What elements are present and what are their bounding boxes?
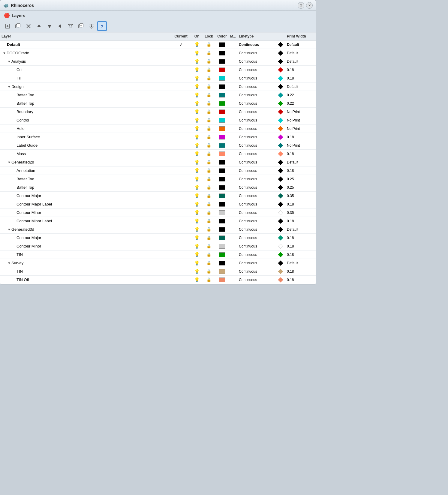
layer-on-icon[interactable]: 💡 [194, 218, 200, 224]
current-cell[interactable] [170, 196, 191, 196]
color-swatch[interactable] [219, 84, 225, 89]
color-swatch[interactable] [219, 177, 225, 182]
duplicate-layer-button[interactable] [13, 21, 23, 31]
current-cell[interactable] [170, 238, 191, 238]
layer-on-icon[interactable]: 💡 [194, 210, 200, 215]
layer-name-cell[interactable]: Label Guide [0, 143, 170, 148]
color-cell[interactable] [215, 42, 229, 47]
layer-on-icon[interactable]: 💡 [194, 235, 200, 241]
linetype-cell[interactable]: Continuous [238, 42, 277, 47]
layer-on-icon[interactable]: 💡 [194, 202, 200, 207]
print-width-cell[interactable]: 0.18 [286, 269, 316, 274]
color-cell[interactable] [215, 176, 229, 182]
lock-closed-icon[interactable]: 🔒 [206, 210, 211, 215]
current-cell[interactable] [170, 137, 191, 137]
current-cell[interactable] [170, 280, 191, 280]
layer-name-cell[interactable]: Contour Major [0, 193, 170, 198]
lock-open-icon[interactable]: 🔓 [206, 68, 211, 72]
linetype-cell[interactable]: Continuous [238, 110, 277, 114]
settings-button[interactable]: ⚙ [298, 2, 304, 9]
color-swatch[interactable] [219, 244, 225, 249]
layer-on-icon[interactable]: 💡 [194, 126, 200, 131]
linetype-cell[interactable]: Continuous [238, 152, 277, 156]
linetype-cell[interactable]: Continuous [238, 236, 277, 240]
lock-cell[interactable]: 🔓 [202, 227, 215, 232]
layer-on-icon[interactable]: 💡 [194, 109, 200, 115]
lock-closed-icon[interactable]: 🔒 [206, 202, 211, 206]
lock-cell[interactable]: 🔓 [202, 67, 215, 72]
table-row[interactable]: Batter Top 💡 🔓 Continuous 0.22 [0, 99, 316, 108]
lock-open-icon[interactable]: 🔓 [206, 84, 211, 89]
print-width-cell[interactable]: Default [286, 160, 316, 165]
table-row[interactable]: Fill 💡 🔒 Continuous 0.18 [0, 74, 316, 82]
lock-cell[interactable]: 🔓 [202, 277, 215, 282]
layer-name-cell[interactable]: ▼ DOCOGrade [0, 50, 170, 56]
layer-on-icon[interactable]: 💡 [194, 50, 200, 56]
color-swatch[interactable] [219, 101, 225, 106]
lock-cell[interactable]: 🔒 [202, 176, 215, 182]
color-swatch[interactable] [219, 76, 225, 81]
linetype-cell[interactable]: Continuous [238, 210, 277, 215]
lock-open-icon[interactable]: 🔓 [206, 101, 211, 106]
print-width-cell[interactable]: 0.22 [286, 93, 316, 98]
table-row[interactable]: Contour Major 💡 🔒 Continuous 0.35 [0, 192, 316, 200]
on-cell[interactable]: 💡 [191, 193, 202, 199]
current-cell[interactable] [170, 120, 191, 121]
on-cell[interactable]: 💡 [191, 168, 202, 174]
lock-cell[interactable]: 🔓 [202, 92, 215, 98]
close-button[interactable]: ✕ [306, 2, 313, 9]
linetype-cell[interactable]: Continuous [238, 244, 277, 249]
on-cell[interactable]: 💡 [191, 277, 202, 283]
on-cell[interactable]: 💡 [191, 134, 202, 140]
current-cell[interactable] [170, 53, 191, 53]
layer-on-icon[interactable]: 💡 [194, 252, 200, 257]
on-cell[interactable]: 💡 [191, 226, 202, 232]
print-width-cell[interactable]: 0.18 [286, 135, 316, 140]
lock-cell[interactable]: 🔓 [202, 50, 215, 56]
lock-closed-icon[interactable]: 🔒 [206, 236, 211, 240]
current-cell[interactable] [170, 154, 191, 154]
color-swatch[interactable] [219, 185, 225, 190]
linetype-cell[interactable]: Continuous [238, 269, 277, 274]
layer-name-cell[interactable]: Hole [0, 126, 170, 131]
lock-open-icon[interactable]: 🔓 [206, 51, 211, 55]
on-cell[interactable]: 💡 [191, 109, 202, 115]
expand-arrow-icon[interactable]: ▼ [3, 51, 6, 55]
color-cell[interactable] [215, 59, 229, 64]
linetype-cell[interactable]: Continuous [238, 194, 277, 198]
layer-name-cell[interactable]: Batter Top [0, 101, 170, 106]
current-cell[interactable] [170, 204, 191, 205]
lock-open-icon[interactable]: 🔓 [206, 143, 211, 148]
layer-name-cell[interactable]: Fill [0, 76, 170, 81]
delete-layer-button[interactable] [24, 21, 33, 31]
layer-on-icon[interactable]: 💡 [194, 118, 200, 123]
lock-open-icon[interactable]: 🔓 [206, 261, 211, 265]
layer-on-icon[interactable]: 💡 [194, 160, 200, 165]
current-cell[interactable] [170, 86, 191, 87]
expand-arrow-icon[interactable]: ▼ [8, 160, 11, 164]
layer-name-cell[interactable]: TIN Off [0, 277, 170, 282]
current-cell[interactable] [170, 246, 191, 247]
color-cell[interactable] [215, 269, 229, 274]
table-row[interactable]: Inner Surface 💡 🔓 Continuous 0.18 [0, 133, 316, 141]
color-swatch[interactable] [219, 42, 225, 47]
print-width-cell[interactable]: No Print [286, 110, 316, 114]
color-cell[interactable] [215, 210, 229, 215]
print-width-cell[interactable]: 0.22 [286, 101, 316, 106]
lock-closed-icon[interactable]: 🔒 [206, 269, 211, 274]
layer-name-cell[interactable]: ▼ Generated2d [0, 160, 170, 165]
lock-cell[interactable]: 🔒 [202, 210, 215, 215]
current-cell[interactable] [170, 229, 191, 230]
on-cell[interactable]: 💡 [191, 126, 202, 132]
on-cell[interactable]: 💡 [191, 100, 202, 106]
color-cell[interactable] [215, 101, 229, 106]
color-swatch[interactable] [219, 110, 225, 114]
on-cell[interactable]: 💡 [191, 58, 202, 64]
current-cell[interactable] [170, 162, 191, 163]
print-width-cell[interactable]: 0.18 [286, 68, 316, 72]
color-cell[interactable] [215, 67, 229, 73]
lock-cell[interactable]: 🔒 [202, 202, 215, 207]
lock-cell[interactable]: 🔓 [202, 134, 215, 140]
layer-name-cell[interactable]: Control [0, 118, 170, 123]
lock-open-icon[interactable]: 🔓 [206, 126, 211, 131]
